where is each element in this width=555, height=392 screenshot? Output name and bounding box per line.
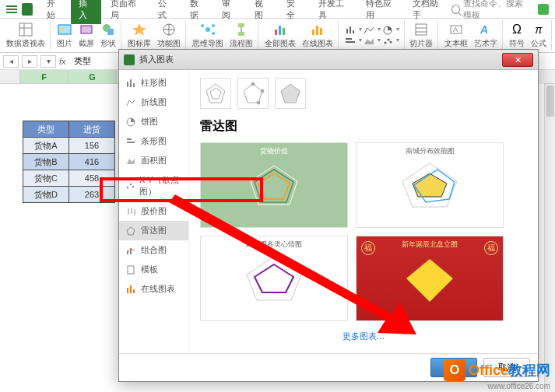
pivot-icon: [18, 22, 33, 37]
fb-prev[interactable]: ◂: [3, 55, 19, 68]
equation-button[interactable]: π 公式: [529, 20, 552, 51]
scatter-mini-icon[interactable]: [382, 37, 395, 46]
svg-marker-69: [258, 173, 290, 199]
thumb-4[interactable]: 新年诞辰北盘立图 福 福: [356, 236, 504, 321]
allcharts-button[interactable]: 全部图表: [263, 20, 297, 51]
col-header-f[interactable]: F: [20, 70, 68, 83]
insert-button[interactable]: 插入: [430, 358, 477, 377]
chart-type-stock[interactable]: 股价图: [119, 201, 188, 221]
svg-rect-3: [58, 25, 71, 34]
svg-point-15: [212, 32, 215, 35]
fb-next[interactable]: ▸: [22, 55, 37, 68]
td-val-2[interactable]: 458: [68, 170, 115, 187]
thumb-2[interactable]: 商城分布效能图: [356, 142, 504, 228]
svg-marker-67: [281, 84, 300, 103]
svg-rect-30: [346, 41, 355, 43]
td-val-0[interactable]: 156: [68, 137, 115, 154]
svg-marker-54: [127, 227, 135, 235]
textbox-button[interactable]: A 文本框: [443, 20, 469, 51]
onlinecharts-button[interactable]: 在线图表: [300, 20, 339, 51]
svg-text:A: A: [453, 26, 458, 33]
svg-point-50: [132, 186, 134, 187]
fb-down[interactable]: ▾: [40, 55, 56, 68]
shapes-button[interactable]: 形状: [99, 20, 121, 51]
chart-type-combo[interactable]: 组合图: [119, 240, 188, 260]
app-icon: [22, 3, 33, 16]
data-table: 类型 进货 货物A 156 货物B 416 货物C 458 货物D 263: [23, 121, 115, 203]
menu-icon[interactable]: [6, 5, 17, 13]
slicer-button[interactable]: 切片器: [404, 20, 438, 51]
symbol-button[interactable]: Ω 符号: [508, 20, 526, 51]
radar-subtype-3[interactable]: [275, 78, 306, 109]
mindmap-icon: [200, 22, 216, 37]
chart-type-line[interactable]: 折线图: [119, 93, 188, 112]
svg-marker-72: [413, 173, 447, 197]
user-icon[interactable]: [538, 4, 549, 15]
search-icon: [451, 5, 460, 14]
col-header-g[interactable]: G: [68, 70, 117, 83]
svg-rect-46: [127, 142, 135, 143]
pivot-table-button[interactable]: 数据透视表: [5, 20, 51, 51]
pie-mini-icon[interactable]: [382, 26, 395, 35]
iconlib-button[interactable]: 图标库: [126, 20, 153, 51]
cancel-button[interactable]: 取消: [483, 358, 530, 377]
radar-subtype-2[interactable]: [237, 78, 269, 109]
svg-point-33: [388, 38, 390, 40]
shapes-icon: [100, 22, 116, 37]
td-val-3[interactable]: 263: [68, 186, 115, 203]
dialog-title: 插入图表: [139, 54, 502, 65]
th-type[interactable]: 类型: [23, 121, 69, 138]
scroll-thumb[interactable]: [546, 86, 554, 117]
chart-type-online[interactable]: 在线图表: [119, 279, 188, 299]
svg-marker-62: [210, 88, 221, 99]
chart-preview-panel: 雷达图 货物价值 商城分布效能图 白领周各类心情图 新年诞辰北盘立图 福: [189, 70, 538, 353]
section-title: 雷达图: [200, 118, 527, 135]
funcchart-button[interactable]: 功能图: [156, 20, 186, 51]
close-button[interactable]: ✕: [502, 53, 533, 67]
chart-type-scatter[interactable]: X Y（散点图）: [119, 170, 188, 201]
dialog-titlebar[interactable]: 插入图表 ✕: [119, 50, 538, 70]
vertical-scrollbar[interactable]: [544, 84, 555, 392]
line-icon: [125, 97, 136, 108]
thumb-3[interactable]: 白领周各类心情图: [200, 236, 348, 321]
bar-mini-icon[interactable]: [345, 37, 357, 46]
td-type-0[interactable]: 货物A: [23, 137, 69, 154]
svg-rect-29: [346, 38, 352, 40]
td-type-3[interactable]: 货物D: [23, 186, 69, 203]
mini-chart-group: ▾ ▾ ▾ ▾ ▾ ▾: [343, 20, 401, 51]
chart-type-template[interactable]: 模板: [119, 260, 188, 279]
svg-rect-22: [312, 30, 314, 35]
image-button[interactable]: 图片: [55, 20, 74, 51]
equation-icon: π: [531, 22, 546, 37]
search-area[interactable]: 查找命令、搜索模板: [451, 0, 530, 21]
thumb-1[interactable]: 货物价值: [200, 142, 348, 228]
fx-label: fx: [59, 57, 66, 66]
svg-point-4: [61, 27, 64, 30]
svg-point-34: [390, 40, 392, 43]
mindmap-button[interactable]: 思维导图: [191, 20, 225, 51]
line-mini-icon[interactable]: [364, 26, 376, 35]
screenshot-button[interactable]: 截屏: [77, 20, 96, 51]
th-val[interactable]: 进货: [68, 121, 115, 138]
svg-rect-0: [19, 23, 32, 36]
svg-point-14: [212, 24, 215, 27]
column-mini-icon[interactable]: [345, 26, 357, 35]
td-val-1[interactable]: 416: [68, 153, 115, 170]
wordart-icon: A: [478, 22, 494, 37]
chart-type-bar[interactable]: 条形图: [119, 131, 188, 151]
td-type-2[interactable]: 货物C: [23, 170, 69, 187]
template-icon: [125, 264, 136, 275]
chart-type-column[interactable]: 柱形图: [119, 73, 188, 93]
wordart-button[interactable]: A 艺术字: [472, 20, 503, 51]
chart-type-radar[interactable]: 雷达图: [119, 221, 188, 240]
td-type-1[interactable]: 货物B: [23, 153, 69, 170]
flowchart-button[interactable]: 流程图: [228, 20, 258, 51]
chart-type-area[interactable]: 面积图: [119, 151, 188, 170]
more-charts-link[interactable]: 更多图表…: [200, 331, 527, 342]
area-mini-icon[interactable]: [364, 37, 376, 46]
iconlib-icon: [132, 22, 147, 37]
svg-rect-24: [320, 28, 322, 35]
funcchart-icon: [161, 22, 177, 37]
chart-type-pie[interactable]: 饼图: [119, 112, 188, 131]
radar-subtype-1[interactable]: [200, 78, 231, 109]
